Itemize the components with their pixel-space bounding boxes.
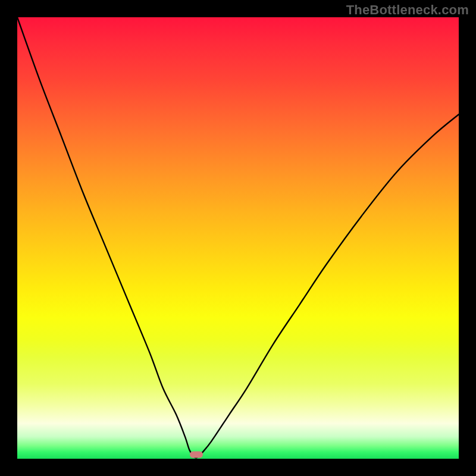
chart-frame: TheBottleneck.com bbox=[0, 0, 476, 476]
minimum-marker bbox=[190, 451, 203, 458]
curve-layer bbox=[17, 17, 459, 459]
deviation-curve bbox=[17, 17, 459, 458]
plot-area bbox=[17, 17, 459, 459]
watermark-text: TheBottleneck.com bbox=[346, 2, 469, 18]
